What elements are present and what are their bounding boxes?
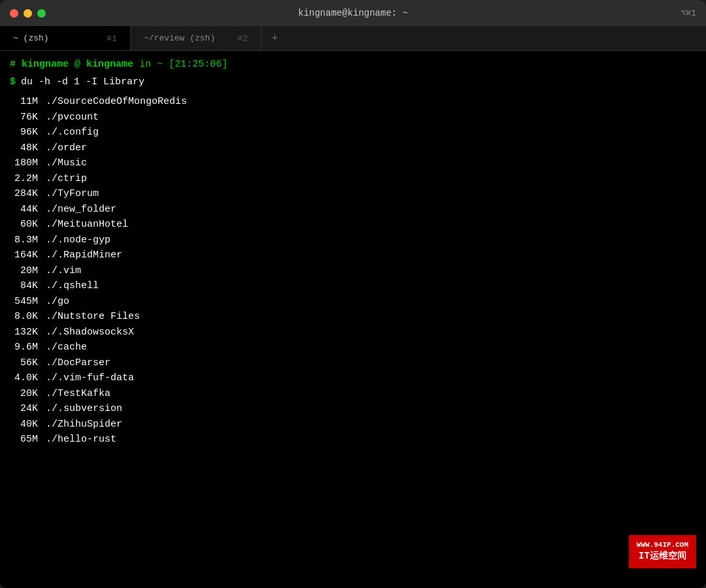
du-size: 180M <box>10 156 46 171</box>
du-size: 84K <box>10 279 46 294</box>
tab-review-shortcut: ⌘2 <box>237 33 248 44</box>
tab-zsh-label: ~ (zsh) <box>13 33 49 43</box>
close-button[interactable] <box>10 9 18 18</box>
du-entry: 96K./.config <box>10 125 696 140</box>
cmd-dollar: $ <box>10 75 16 90</box>
du-entry: 65M./hello-rust <box>10 433 696 448</box>
tab-add-button[interactable]: + <box>261 26 288 50</box>
du-entry: 164K./.RapidMiner <box>10 248 696 263</box>
du-entry: 284K./TyForum <box>10 187 696 202</box>
du-entry: 2.2M./ctrip <box>10 172 696 187</box>
du-path: ./hello-rust <box>46 433 116 448</box>
du-path: ./.subversion <box>46 402 122 417</box>
watermark: WWW.94IP.COM IT运维空间 <box>629 535 696 568</box>
du-size: 4.0K <box>10 371 46 386</box>
du-entry: 8.0K./Nutstore Files <box>10 310 696 325</box>
prompt-at: @ <box>75 57 80 73</box>
du-path: ./.config <box>46 125 99 140</box>
du-path: ./new_folder <box>46 203 116 218</box>
cmd-text: du -h -d 1 -I Library <box>21 75 144 90</box>
du-path: ./.ShadowsocksX <box>46 325 134 340</box>
du-size: 24K <box>10 402 46 417</box>
du-entry: 9.6M./cache <box>10 340 696 355</box>
du-size: 8.0K <box>10 310 46 325</box>
du-entry: 60K./MeituanHotel <box>10 218 696 233</box>
du-entry: 40K./ZhihuSpider <box>10 417 696 433</box>
prompt-hash: # <box>10 57 16 73</box>
maximize-button[interactable] <box>37 9 46 18</box>
watermark-name: IT运维空间 <box>637 550 688 563</box>
du-size: 284K <box>10 187 46 202</box>
du-path: ./.qshell <box>46 279 99 294</box>
du-path: ./Music <box>46 156 87 171</box>
tab-zsh[interactable]: ~ (zsh) ⌘1 <box>0 26 131 50</box>
du-size: 8.3M <box>10 233 46 248</box>
window-controls <box>10 9 46 18</box>
du-path: ./.RapidMiner <box>46 248 122 263</box>
du-size: 545M <box>10 295 46 310</box>
du-size: 132K <box>10 325 46 340</box>
du-entry: 24K./.subversion <box>10 402 696 417</box>
du-entry: 84K./.qshell <box>10 279 696 294</box>
du-path: ./TestKafka <box>46 387 110 402</box>
du-size: 11M <box>10 95 46 110</box>
du-path: ./.node-gyp <box>46 233 110 248</box>
du-size: 9.6M <box>10 340 46 355</box>
tab-review[interactable]: ~/review (zsh) ⌘2 <box>131 26 261 50</box>
prompt-in: in <box>139 57 151 73</box>
tab-zsh-shortcut: ⌘1 <box>107 33 117 44</box>
du-path: ./Nutstore Files <box>46 310 140 325</box>
du-path: ./ctrip <box>46 172 87 187</box>
tab-bar: ~ (zsh) ⌘1 ~/review (zsh) ⌘2 + <box>0 26 706 51</box>
du-path: ./cache <box>46 340 87 355</box>
command-line: $ du -h -d 1 -I Library <box>10 75 696 90</box>
du-size: 76K <box>10 110 46 125</box>
du-path: ./pvcount <box>46 110 99 125</box>
du-size: 164K <box>10 248 46 263</box>
minimize-button[interactable] <box>24 9 32 18</box>
du-size: 65M <box>10 433 46 448</box>
du-entry: 20K./TestKafka <box>10 387 696 402</box>
du-path: ./.vim-fuf-data <box>46 371 134 386</box>
prompt-dir: ~ <box>157 57 163 73</box>
du-entry: 48K./order <box>10 141 696 156</box>
prompt-timestamp: [21:25:06] <box>169 57 227 73</box>
du-entry: 76K./pvcount <box>10 110 696 125</box>
du-entry: 11M./SourceCodeOfMongoRedis <box>10 95 696 110</box>
du-entry: 132K./.ShadowsocksX <box>10 325 696 340</box>
du-entry: 4.0K./.vim-fuf-data <box>10 371 696 386</box>
du-size: 56K <box>10 356 46 371</box>
du-path: ./MeituanHotel <box>46 218 128 233</box>
prompt-hostname: kingname <box>86 57 133 73</box>
du-path: ./order <box>46 141 87 156</box>
du-entry: 545M./go <box>10 295 696 310</box>
du-entry: 56K./DocParser <box>10 356 696 371</box>
tab-add-icon: + <box>271 32 278 45</box>
prompt-line: # kingname @ kingname in ~ [21:25:06] <box>10 57 696 73</box>
window-shortcut: ⌥⌘1 <box>681 8 696 18</box>
du-path: ./ZhihuSpider <box>46 417 122 433</box>
terminal-content[interactable]: # kingname @ kingname in ~ [21:25:06] $ … <box>0 51 706 588</box>
terminal-window: kingname@kingname: ~ ⌥⌘1 ~ (zsh) ⌘1 ~/re… <box>0 0 706 588</box>
du-path: ./go <box>46 295 69 310</box>
du-path: ./SourceCodeOfMongoRedis <box>46 95 187 110</box>
du-size: 44K <box>10 203 46 218</box>
prompt-username: kingname <box>22 57 69 73</box>
du-size: 20K <box>10 387 46 402</box>
du-size: 48K <box>10 141 46 156</box>
tab-review-label: ~/review (zsh) <box>144 33 215 43</box>
du-size: 2.2M <box>10 172 46 187</box>
du-size: 96K <box>10 125 46 140</box>
title-bar: kingname@kingname: ~ ⌥⌘1 <box>0 0 706 26</box>
du-size: 60K <box>10 218 46 233</box>
du-output: 11M./SourceCodeOfMongoRedis76K./pvcount9… <box>10 95 696 448</box>
du-entry: 44K./new_folder <box>10 203 696 218</box>
du-path: ./DocParser <box>46 356 110 371</box>
du-size: 20M <box>10 264 46 279</box>
du-path: ./TyForum <box>46 187 99 202</box>
du-size: 40K <box>10 417 46 433</box>
window-title: kingname@kingname: ~ <box>298 8 408 18</box>
du-entry: 180M./Music <box>10 156 696 171</box>
du-path: ./.vim <box>46 264 81 279</box>
du-entry: 8.3M./.node-gyp <box>10 233 696 248</box>
